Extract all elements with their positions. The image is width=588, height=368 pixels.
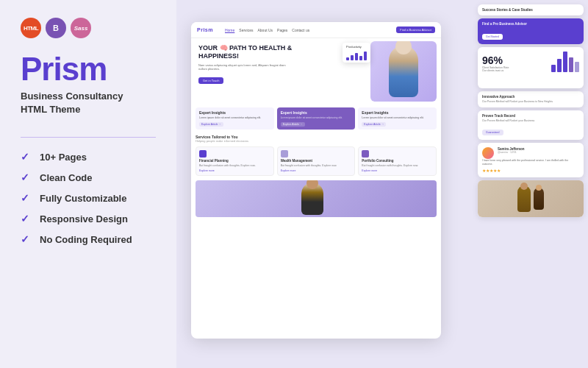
hero-title: YOUR 🧠 PATH TO HEALTH & HAPPINESS! <box>198 44 301 61</box>
head-1 <box>520 183 528 190</box>
card-link[interactable]: Explore Article → <box>199 122 223 127</box>
card-link[interactable]: Explore Article → <box>362 122 386 127</box>
service-card-2: Wealth Management But fraught confusion … <box>277 146 356 177</box>
service-card-1: Financial Planning But fraught confusion… <box>196 146 274 177</box>
person2-figure <box>301 183 323 215</box>
find-advisor-card: Find a Pro Business Advisor Get Started <box>478 18 584 44</box>
service-icon <box>362 150 369 158</box>
check-icon: ✓ <box>21 171 32 183</box>
mini-chart <box>346 50 367 60</box>
preview-bottom-image <box>196 180 437 217</box>
service-link[interactable]: Explore more <box>281 169 352 172</box>
service-icon <box>281 150 288 158</box>
insight-card-2: Expert Insights Lorem ipsum dolor sit am… <box>277 107 356 130</box>
insight-card-1: Expert Insights Lorem ipsum dolor sit am… <box>196 107 274 130</box>
productivity-card: Productivity <box>343 43 370 63</box>
feature-item: ✓ 10+ Pages <box>21 151 156 163</box>
find-advisor-title: Find a Pro Business Advisor <box>482 22 579 26</box>
bar-3 <box>355 53 358 60</box>
check-icon: ✓ <box>21 233 32 245</box>
track-body: Our Proven Method will Rocket your Busin… <box>482 119 579 123</box>
review-handle: @samira · 12/31 <box>498 151 579 154</box>
tech-badges: HTML B Sass <box>21 18 156 38</box>
html-badge: HTML <box>21 18 41 38</box>
theme-preview: Prism Home Services About Us Pages Conta… <box>191 22 441 339</box>
approach-body: Our Proven Method will Rocket your Busin… <box>482 100 579 104</box>
card-link[interactable]: Explore Article → <box>281 122 305 127</box>
find-advisor-button[interactable]: Get Started <box>482 34 503 40</box>
card-title: Expert Insights <box>362 110 433 115</box>
service-title: Portfolio Consulting <box>362 159 433 163</box>
card-body: Lorem ipsum dolor sit amet consectetur a… <box>362 116 433 120</box>
service-card-3: Portfolio Consulting But fraught confusi… <box>358 146 437 177</box>
side-previews: Success Stories & Case Studies Find a Pr… <box>478 0 588 368</box>
insight-cards-row: Expert Insights Lorem ipsum dolor sit am… <box>191 105 441 132</box>
nav-link-services[interactable]: Services <box>239 28 253 32</box>
services-row: Financial Planning But fraught confusion… <box>191 145 441 178</box>
check-icon: ✓ <box>21 213 32 224</box>
productivity-label: Productivity <box>346 45 367 49</box>
stats-label: Client Satisfaction RateOur clients trus… <box>482 66 509 72</box>
approach-title: Innovative Approach <box>482 95 579 99</box>
service-link[interactable]: Explore more <box>362 169 433 172</box>
feature-responsive: Responsive Design <box>40 213 128 224</box>
feature-no-coding: No Coding Required <box>40 234 132 245</box>
person-figure <box>389 46 418 97</box>
bar-4 <box>359 56 362 60</box>
hero-cta-button[interactable]: Get in Touch <box>198 77 223 84</box>
nav-link-pages[interactable]: Pages <box>277 28 287 32</box>
card-body: Lorem ipsum dolor sit amet consectetur a… <box>281 116 352 120</box>
review-stars: ★★★★★ <box>482 168 579 173</box>
stats-card: 96% Client Satisfaction RateOur clients … <box>478 47 584 88</box>
preview-logo: Prism <box>197 27 213 32</box>
percent-number: 96% <box>482 54 509 66</box>
hero-image <box>370 41 437 102</box>
nav-link-contact[interactable]: Contact us <box>292 28 309 32</box>
success-label: Success Stories & Case Studies <box>482 8 579 12</box>
track-button[interactable]: Guaranteed <box>482 130 503 135</box>
clothes-image <box>478 180 584 217</box>
brand-logo: Prism <box>21 53 156 85</box>
preview-hero: YOUR 🧠 PATH TO HEALTH & HAPPINESS! Nam v… <box>191 38 441 105</box>
card-body: Lorem ipsum dolor sit amet consectetur a… <box>199 116 270 120</box>
nav-link-about[interactable]: About Us <box>258 28 273 32</box>
services-sub: Helping people make informed decisions <box>191 139 441 145</box>
stat-bar <box>575 62 579 72</box>
figure-1 <box>517 185 531 212</box>
success-card: Success Stories & Case Studies <box>478 4 584 15</box>
feature-item: ✓ Responsive Design <box>21 213 156 224</box>
head-2 <box>536 185 542 191</box>
preview-nav-links: Home Services About Us Pages Contact us <box>225 28 309 32</box>
bootstrap-badge: B <box>46 18 66 38</box>
review-avatar <box>482 147 494 159</box>
feature-customizable: Fully Customizable <box>40 193 126 204</box>
card-title: Expert Insights <box>281 110 352 115</box>
stat-bar <box>569 57 573 72</box>
check-icon: ✓ <box>21 192 32 204</box>
service-link[interactable]: Explore more <box>199 169 270 172</box>
person2-head <box>306 180 318 189</box>
insight-card-3: Expert Insights Lorem ipsum dolor sit am… <box>358 107 437 130</box>
clothes-card <box>478 180 584 217</box>
left-panel: HTML B Sass Prism Business ConsultancyHT… <box>0 0 176 368</box>
review-text: I have been very pleased with the profes… <box>482 159 579 166</box>
feature-item: ✓ Clean Code <box>21 171 156 183</box>
nav-link-home[interactable]: Home <box>225 28 234 32</box>
feature-clean-code: Clean Code <box>40 172 93 183</box>
stat-bar <box>551 65 556 72</box>
feature-item: ✓ Fully Customizable <box>21 192 156 204</box>
figure-2 <box>534 188 544 210</box>
nav-cta-button[interactable]: Find a Business Advisor <box>396 26 435 33</box>
stat-bar <box>563 52 567 72</box>
hero-subtitle: Nam varius adipiscing aliquet quis lorem… <box>198 63 294 71</box>
service-title: Wealth Management <box>281 159 352 163</box>
card-title: Expert Insights <box>199 110 270 115</box>
bar-1 <box>346 57 349 60</box>
service-body: But fraught confusion with thoughts. Exp… <box>281 164 352 168</box>
divider <box>21 137 156 138</box>
preview-nav: Prism Home Services About Us Pages Conta… <box>191 22 441 38</box>
service-body: But fraught confusion with thoughts. Exp… <box>199 164 270 168</box>
feature-pages: 10+ Pages <box>40 152 87 163</box>
check-icon: ✓ <box>21 151 32 163</box>
brand-subtitle: Business ConsultancyHTML Theme <box>21 90 156 116</box>
